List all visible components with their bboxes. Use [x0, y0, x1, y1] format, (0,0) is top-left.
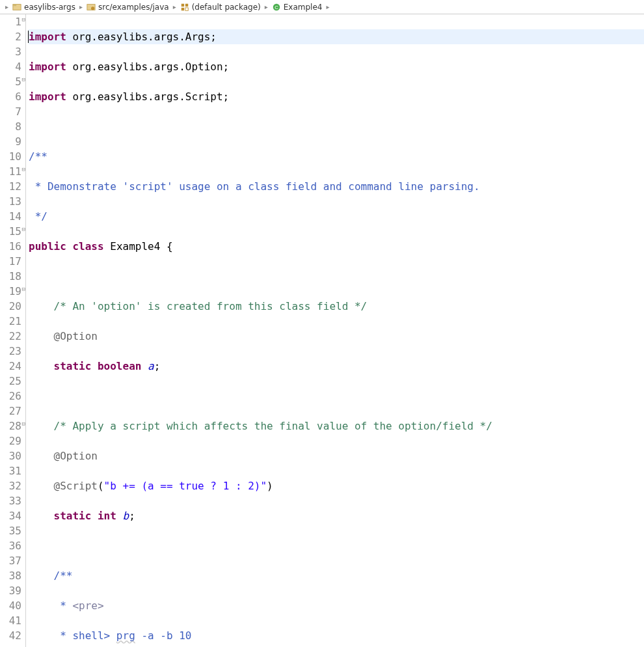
code-line[interactable]: import org.easylibs.args.Args; — [29, 29, 644, 44]
fold-toggle-icon[interactable]: ⊟ — [20, 167, 25, 172]
breadcrumb-label: easylibs-args — [24, 3, 75, 12]
breadcrumb-class[interactable]: C Example4 — [272, 3, 323, 12]
code-line[interactable]: * Demonstrate 'script' usage on a class … — [29, 179, 644, 194]
code-line[interactable]: */ — [29, 209, 644, 224]
code-line[interactable]: @Option — [29, 448, 644, 463]
chevron-right-icon: ▸ — [263, 3, 269, 10]
breadcrumb-package[interactable]: (default package) — [180, 3, 261, 12]
svg-rect-7 — [185, 7, 188, 10]
package-icon — [180, 3, 189, 12]
breadcrumb-label: Example4 — [284, 3, 323, 12]
svg-text:C: C — [275, 4, 278, 10]
code-line[interactable] — [29, 389, 644, 404]
breadcrumb-label: src/examples/java — [98, 3, 169, 12]
chevron-right-icon: ▸ — [325, 3, 330, 10]
fold-toggle-icon[interactable]: ⊟ — [20, 17, 25, 23]
code-area[interactable]: import org.easylibs.args.Args; import or… — [26, 14, 644, 647]
code-line[interactable]: /* Apply a script which affects the fina… — [29, 419, 644, 434]
breadcrumb-label: (default package) — [192, 3, 261, 12]
svg-point-3 — [91, 7, 94, 10]
fold-toggle-icon[interactable]: ⊟ — [20, 227, 25, 232]
chevron-right-icon: ▸ — [78, 3, 84, 10]
project-icon — [12, 3, 21, 12]
line-number-gutter: 1⊟ 2 3 4 5⊟ 6 7 8 9 10 11⊟ 12 13 14 15⊟ … — [0, 14, 26, 647]
fold-toggle-icon[interactable]: ⊟ — [20, 77, 25, 83]
package-folder-icon — [87, 3, 96, 12]
svg-rect-1 — [13, 4, 16, 6]
chevron-right-icon: ▸ — [172, 3, 178, 10]
chevron-right-icon: ▸ — [4, 3, 10, 10]
code-line[interactable]: static boolean a; — [29, 359, 644, 374]
class-icon: C — [272, 3, 281, 12]
svg-rect-6 — [181, 7, 183, 10]
code-editor[interactable]: 1⊟ 2 3 4 5⊟ 6 7 8 9 10 11⊟ 12 13 14 15⊟ … — [0, 14, 644, 647]
code-line[interactable] — [29, 119, 644, 134]
code-line[interactable]: * <pre> — [29, 598, 644, 613]
code-line[interactable]: public class Example4 { — [29, 239, 644, 254]
breadcrumb: ▸ easylibs-args ▸ src/examples/java ▸ (d… — [0, 0, 644, 14]
code-line[interactable]: * shell> prg -a -b 10 — [29, 628, 644, 643]
code-line[interactable]: @Script("b += (a == true ? 1 : 2)") — [29, 478, 644, 493]
code-line[interactable]: import org.easylibs.args.Option; — [29, 59, 644, 74]
code-line[interactable] — [29, 538, 644, 553]
code-line[interactable]: static int b; — [29, 508, 644, 523]
code-line[interactable]: @Option — [29, 329, 644, 344]
svg-rect-5 — [185, 3, 188, 6]
breadcrumb-source-folder[interactable]: src/examples/java — [87, 3, 169, 12]
code-line[interactable]: /** — [29, 568, 644, 583]
code-line[interactable] — [29, 269, 644, 284]
fold-toggle-icon[interactable]: ⊟ — [20, 421, 25, 427]
breadcrumb-project[interactable]: easylibs-args — [12, 3, 75, 12]
code-line[interactable]: /* An 'option' is created from this clas… — [29, 299, 644, 314]
code-line[interactable]: import org.easylibs.args.Script; — [29, 89, 644, 104]
svg-rect-4 — [181, 3, 183, 6]
code-line[interactable]: /** — [29, 149, 644, 164]
fold-toggle-icon[interactable]: ⊟ — [20, 286, 25, 292]
